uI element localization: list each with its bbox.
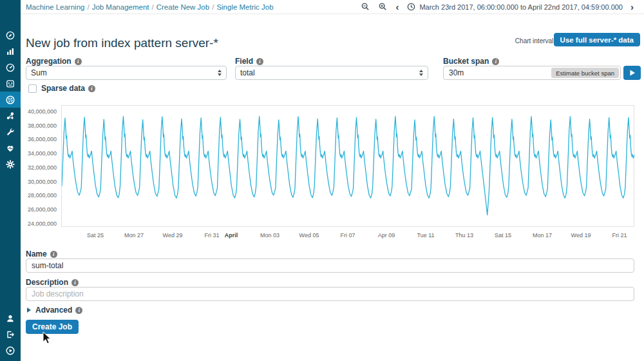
sidebar-item-user-account[interactable] [0,310,21,326]
time-range-next-icon[interactable]: › [630,3,634,12]
info-icon [71,279,79,286]
x-axis-tick-label: Wed 29 [163,232,183,239]
person-icon [5,313,15,324]
play-icon [629,70,636,76]
x-axis-tick-label: Sat 15 [495,232,511,239]
chevron-right-icon [27,307,31,313]
gear-icon [5,159,15,170]
app-sidebar [0,0,21,361]
x-axis-tick-label: Wed 05 [299,232,319,239]
x-axis-tick-label: Fri 07 [340,232,355,239]
time-range-picker[interactable]: March 23rd 2017, 06:00:00.000 to April 2… [406,2,623,12]
x-axis-tick-label: Tue 11 [417,232,434,239]
breadcrumb-link-create-new-job[interactable]: Create New Job [156,3,209,11]
run-preview-button[interactable] [623,66,641,80]
sparse-data-label: Sparse data [41,84,95,93]
info-icon [88,85,95,92]
x-axis-tick-label: April [225,232,238,239]
use-full-data-button[interactable]: Use full server-* data [554,33,640,46]
bucket-span-group: Estimate bucket span [443,66,621,80]
sparse-data-row: Sparse data [28,84,95,93]
x-axis-tick-label: Thu 13 [455,232,473,239]
y-axis-tick-label: 28,000,000 [28,192,57,199]
y-axis-tick-label: 38,000,000 [28,122,57,129]
time-range-prev-icon[interactable]: ‹ [395,3,399,12]
breadcrumb-separator: / [212,3,214,11]
x-axis-tick-label: Apr 09 [378,232,395,239]
aggregation-select[interactable]: Sum [26,66,227,80]
breadcrumb-separator: / [87,3,89,11]
zoom-in-icon[interactable] [378,2,388,12]
x-axis-tick-label: Fri 21 [612,232,627,239]
kibana-ml-new-job-screen: Machine Learning/Job Management/Create N… [0,0,644,361]
x-axis-tick-label: Fri 31 [204,232,219,239]
field-select[interactable]: total [235,66,428,80]
y-axis-tick-label: 24,000,000 [28,220,57,227]
select-arrows-icon [218,70,222,76]
clock-icon [406,2,416,12]
y-axis-tick-label: 30,000,000 [28,179,57,185]
breadcrumb-link-single-metric-job[interactable]: Single Metric Job [216,3,273,11]
sidebar-item-graph[interactable] [0,108,21,124]
breadcrumb-link-job-management[interactable]: Job Management [92,3,149,11]
y-axis-tick-label: 36,000,000 [28,136,57,142]
compass-icon [5,30,15,41]
job-description-input[interactable] [26,287,634,301]
sidebar-item-timelion[interactable] [0,75,21,92]
zoom-out-icon[interactable] [361,2,370,12]
sparse-data-checkbox[interactable] [28,84,37,93]
info-icon [75,307,82,314]
metric-line-series [62,116,634,215]
face-icon [5,79,15,89]
chart-y-axis: 24,000,00026,000,00028,000,00030,000,000… [21,105,57,227]
top-navbar: Machine Learning/Job Management/Create N… [21,0,644,14]
metric-preview-chart [61,105,634,227]
breadcrumb: Machine Learning/Job Management/Create N… [26,3,274,11]
sidebar-item-discover[interactable] [0,27,21,43]
ml-ring-icon [5,95,15,105]
sidebar-item-visualize[interactable] [0,43,21,59]
info-icon [492,58,499,65]
x-axis-tick-label: Wed 19 [571,232,591,239]
sidebar-item-dashboard[interactable] [0,59,21,75]
create-job-button[interactable]: Create Job [26,320,79,334]
advanced-label: Advanced [35,306,82,315]
sidebar-item-logout[interactable] [0,326,21,342]
select-arrows-icon [419,70,423,76]
chart-x-axis: Sat 25Mon 27Wed 29Fri 31AprilMon 03Wed 0… [61,232,634,241]
breadcrumb-link-machine-learning[interactable]: Machine Learning [26,3,84,11]
sidebar-item-management[interactable] [0,156,21,172]
sidebar-item-machine-learning[interactable] [0,92,21,108]
bar-chart-icon [5,46,15,57]
play-circle-icon [5,346,15,356]
sidebar-item-monitoring[interactable] [0,140,21,156]
logout-icon [5,329,15,340]
job-name-input[interactable] [26,259,634,273]
sidebar-item-collapse-nav[interactable] [0,342,21,358]
x-axis-tick-label: Mon 03 [260,232,279,239]
heartbeat-icon [5,143,15,153]
molecule-icon [5,111,15,121]
x-axis-tick-label: Mon 27 [124,232,144,239]
x-axis-tick-label: Mon 17 [533,232,552,239]
wrench-icon [5,127,15,137]
y-axis-tick-label: 26,000,000 [28,206,57,213]
name-label: Name [26,249,57,259]
bucket-span-label: Bucket span [443,57,499,66]
advanced-section-toggle[interactable]: Advanced [27,306,82,315]
aggregation-label: Aggregation [26,57,82,66]
y-axis-tick-label: 34,000,000 [28,150,57,157]
info-icon [50,251,57,258]
description-label: Description [26,278,79,287]
page-title: New job from index pattern server-* [26,36,218,50]
main-content: Chart interval: 1h Use full server-* dat… [21,14,644,361]
gauge-icon [5,63,15,73]
info-icon [256,58,263,65]
field-label: Field [235,57,263,66]
sidebar-item-dev-tools[interactable] [0,124,21,140]
y-axis-tick-label: 32,000,000 [28,164,57,171]
info-icon [75,58,82,65]
breadcrumb-separator: / [152,3,154,11]
x-axis-tick-label: Sat 25 [87,232,104,239]
estimate-bucket-span-button[interactable]: Estimate bucket span [551,68,619,78]
